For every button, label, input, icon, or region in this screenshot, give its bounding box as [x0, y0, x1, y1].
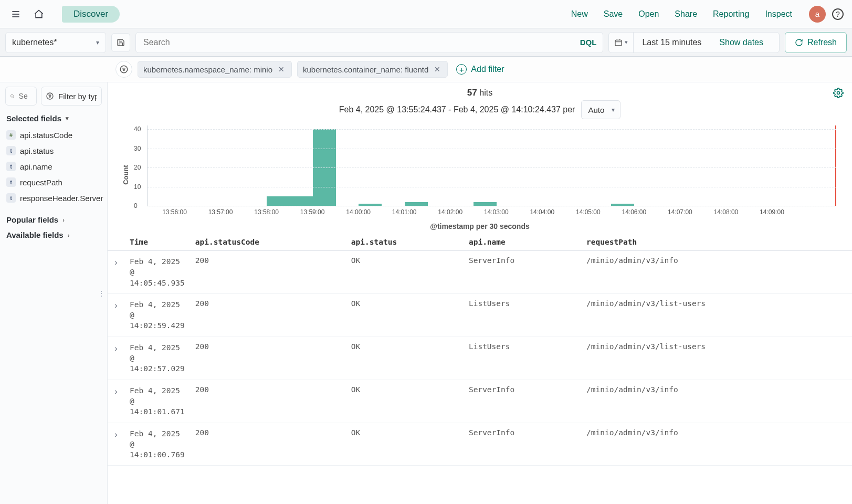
y-axis-label: Count	[122, 165, 130, 185]
nav-links: NewSaveOpenShareReportingInspect	[571, 9, 792, 19]
dql-label[interactable]: DQL	[575, 38, 597, 47]
field-item[interactable]: tapi.status	[5, 143, 102, 159]
x-tick: 13:59:00	[300, 208, 325, 216]
column-header[interactable]: api.status	[346, 233, 464, 251]
nav-link-share[interactable]: Share	[675, 9, 697, 19]
expand-row-icon[interactable]: ›	[114, 256, 117, 267]
filter-pill[interactable]: kubernetes.namespace_name: minio✕	[138, 61, 292, 78]
interval-select[interactable]: Auto	[581, 100, 620, 119]
add-filter-button[interactable]: + Add filter	[453, 64, 504, 75]
x-tick: 13:58:00	[254, 208, 279, 216]
field-type-badge: #	[6, 130, 16, 140]
field-type-badge: t	[6, 146, 16, 155]
plus-icon: +	[456, 64, 467, 75]
main: 57 hits Feb 4, 2025 @ 13:55:24.437 - Feb…	[108, 82, 852, 504]
chevron-down-icon: ▾	[96, 39, 99, 46]
hits-count: 57 hits	[467, 88, 492, 98]
log-table: Timeapi.statusCodeapi.statusapi.namerequ…	[108, 233, 852, 466]
help-icon[interactable]: ?	[832, 8, 844, 20]
filter-pill[interactable]: kubernetes.container_name: fluentd✕	[297, 61, 448, 78]
field-type-badge: t	[6, 162, 16, 171]
column-header[interactable]: api.name	[464, 233, 581, 251]
home-icon[interactable]	[28, 4, 49, 25]
table-row[interactable]: ›Feb 4, 2025 @ 14:01:01.671200OKServerIn…	[108, 380, 852, 423]
y-tick: 10	[134, 183, 141, 191]
content: Filter by typ Selected fields ▾ #api.sta…	[0, 82, 852, 504]
field-item[interactable]: #api.statusCode	[5, 127, 102, 143]
x-tick: 14:01:00	[392, 208, 417, 216]
chevron-down-icon: ▾	[66, 115, 69, 122]
expand-row-icon[interactable]: ›	[114, 428, 117, 439]
hamburger-icon[interactable]	[5, 4, 26, 25]
index-pattern-select[interactable]: kubernetes* ▾	[5, 32, 106, 53]
close-icon[interactable]: ✕	[277, 65, 286, 74]
table-row[interactable]: ›Feb 4, 2025 @ 14:05:45.935200OKServerIn…	[108, 251, 852, 294]
field-item[interactable]: trequestPath	[5, 174, 102, 190]
index-pattern-label: kubernetes*	[12, 38, 57, 47]
sidebar-filter[interactable]: Filter by typ	[41, 87, 102, 106]
column-header[interactable]: Time	[124, 233, 190, 251]
table-row[interactable]: ›Feb 4, 2025 @ 14:02:57.029200OKListUser…	[108, 337, 852, 380]
field-item[interactable]: tresponseHeader.Server	[5, 190, 102, 206]
avatar[interactable]: a	[809, 6, 826, 23]
y-tick: 30	[134, 145, 141, 152]
bar[interactable]	[405, 202, 428, 206]
field-item[interactable]: tapi.name	[5, 159, 102, 174]
x-tick: 14:02:00	[438, 208, 462, 216]
x-tick: 14:09:00	[760, 208, 784, 216]
table-row[interactable]: ›Feb 4, 2025 @ 14:02:59.429200OKListUser…	[108, 293, 852, 337]
chart-range-label: Feb 4, 2025 @ 13:55:24.437 - Feb 4, 2025…	[339, 105, 575, 114]
x-tick: 14:07:00	[668, 208, 692, 216]
expand-row-icon[interactable]: ›	[114, 299, 117, 310]
x-tick: 14:03:00	[484, 208, 509, 216]
sidebar-search-input[interactable]	[18, 91, 32, 101]
sidebar-search[interactable]	[5, 87, 37, 106]
popular-fields-header[interactable]: Popular fields ›	[5, 212, 102, 227]
query-bar: kubernetes* ▾ DQL ▾ Last 15 minutes Show…	[0, 28, 852, 57]
filter-bar: kubernetes.namespace_name: minio✕kuberne…	[0, 57, 852, 82]
calendar-button[interactable]: ▾	[609, 33, 634, 52]
filter-options-button[interactable]	[115, 61, 132, 78]
search-box[interactable]: DQL	[135, 32, 603, 53]
available-fields-header[interactable]: Available fields ›	[5, 227, 102, 243]
selected-fields-header[interactable]: Selected fields ▾	[5, 111, 102, 126]
expand-row-icon[interactable]: ›	[114, 385, 117, 396]
resize-handle[interactable]: ⋮⋮	[102, 286, 108, 301]
x-tick: 13:56:00	[162, 208, 187, 216]
nav-link-save[interactable]: Save	[604, 9, 623, 19]
chevron-right-icon: ›	[68, 232, 70, 238]
show-dates-link[interactable]: Show dates	[712, 38, 771, 47]
svg-line-12	[13, 97, 14, 98]
y-tick: 0	[134, 202, 138, 209]
nav-link-open[interactable]: Open	[638, 9, 659, 19]
add-filter-label: Add filter	[471, 65, 504, 74]
search-input[interactable]	[142, 37, 575, 48]
close-icon[interactable]: ✕	[433, 65, 442, 74]
svg-rect-3	[615, 40, 622, 46]
x-tick: 14:06:00	[622, 208, 646, 216]
column-header[interactable]: requestPath	[581, 233, 852, 251]
x-tick: 14:08:00	[714, 208, 739, 216]
bar[interactable]	[474, 202, 497, 206]
chart[interactable]: Count 010203040 13:56:0013:57:0013:58:00…	[118, 122, 842, 227]
date-picker: ▾ Last 15 minutes Show dates	[608, 32, 780, 53]
nav-link-inspect[interactable]: Inspect	[765, 9, 792, 19]
expand-row-icon[interactable]: ›	[114, 342, 117, 353]
save-query-button[interactable]	[111, 33, 130, 52]
bar[interactable]	[267, 196, 290, 206]
y-tick: 40	[134, 125, 141, 133]
column-header[interactable]: api.statusCode	[190, 233, 346, 251]
bar[interactable]	[290, 196, 313, 206]
page-tab-discover[interactable]: Discover	[62, 6, 120, 23]
x-tick: 13:57:00	[208, 208, 233, 216]
table-row[interactable]: ›Feb 4, 2025 @ 14:01:00.769200OKServerIn…	[108, 423, 852, 466]
date-range-label[interactable]: Last 15 minutes	[642, 38, 701, 47]
chevron-down-icon: ▾	[625, 39, 628, 46]
top-nav: Discover NewSaveOpenShareReportingInspec…	[0, 0, 852, 28]
refresh-button[interactable]: Refresh	[785, 32, 847, 53]
filter-icon	[46, 92, 54, 100]
nav-link-new[interactable]: New	[571, 9, 588, 19]
nav-link-reporting[interactable]: Reporting	[713, 9, 749, 19]
chart-settings-button[interactable]	[833, 88, 844, 100]
x-tick: 14:00:00	[346, 208, 371, 216]
